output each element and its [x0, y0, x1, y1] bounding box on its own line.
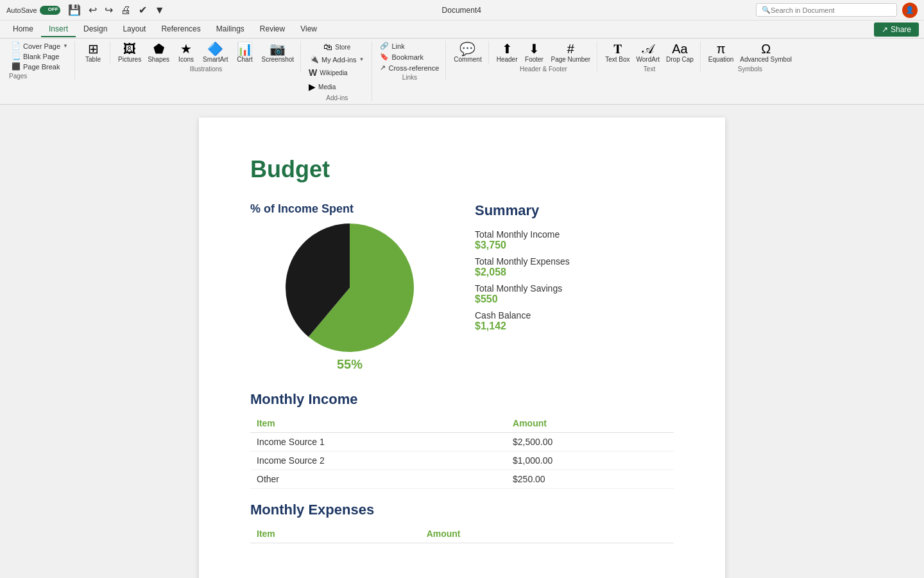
blank-page-label: Blank Page [23, 53, 59, 60]
summary-section: Summary Total Monthly Income $3,750 Tota… [475, 202, 674, 372]
bookmark-label: Bookmark [391, 53, 424, 61]
document-area: Budget % of Income Spent 55% [0, 105, 924, 578]
save-icon[interactable]: 💾 [65, 2, 83, 18]
summary-title: Summary [475, 202, 674, 219]
table-row: Other $250.00 [250, 470, 674, 489]
doc-page-container[interactable]: Budget % of Income Spent 55% [0, 105, 924, 578]
tab-view[interactable]: View [293, 22, 325, 37]
myadins-arrow: ▼ [359, 57, 364, 62]
income-amount-0: $2,500.00 [506, 433, 674, 451]
summary-value-0: $3,750 [475, 240, 674, 251]
tab-home[interactable]: Home [5, 22, 41, 37]
income-col-item: Item [250, 414, 506, 433]
cover-page-label: Cover Page [23, 42, 60, 50]
chart-btn[interactable]: 📊 Chart [232, 41, 258, 64]
autosave-toggle-btn[interactable] [40, 6, 60, 15]
link-btn[interactable]: 🔗 Link [377, 41, 441, 51]
print-icon[interactable]: 🖨 [118, 3, 133, 18]
autosave-toggle[interactable]: AutoSave [6, 6, 60, 15]
equation-btn[interactable]: π Equation [706, 41, 736, 64]
bookmark-btn[interactable]: 🔖 Bookmark [377, 52, 441, 62]
illustrations-group-label: Illustrations [190, 66, 223, 73]
summary-row-3: Cash Balance $1,142 [475, 310, 674, 332]
summary-label-1: Total Monthly Expenses [475, 256, 674, 267]
redo-icon[interactable]: ↪ [102, 2, 116, 18]
autosave-label: AutoSave [6, 6, 37, 14]
monthly-income-section: Monthly Income Item Amount Income Source… [250, 391, 674, 489]
tab-design[interactable]: Design [76, 22, 115, 37]
myadins-btn[interactable]: 🔌 My Add-ins ▼ [306, 54, 368, 65]
doc-page[interactable]: Budget % of Income Spent 55% [199, 118, 725, 578]
table-btn[interactable]: ⊞ Table [80, 41, 106, 64]
share-label: Share [891, 25, 911, 34]
tab-references[interactable]: References [153, 22, 208, 37]
tab-review[interactable]: Review [252, 22, 293, 37]
document-title: Document4 [442, 6, 481, 15]
chart-icon: 📊 [237, 42, 253, 55]
ribbon-group-table: ⊞ Table [76, 41, 110, 64]
pictures-btn[interactable]: 🖼 Pictures [116, 41, 144, 64]
pagenumber-label: Page Number [551, 56, 590, 63]
shapes-icon: ⬟ [153, 42, 164, 55]
toolbar-icons: 💾 ↩ ↪ 🖨 ✔ ▼ [65, 2, 167, 18]
tab-insert[interactable]: Insert [41, 22, 76, 37]
monthly-income-table: Item Amount Income Source 1 $2,500.00 In… [250, 414, 674, 489]
pictures-label: Pictures [118, 56, 141, 63]
pagenumber-btn[interactable]: # Page Number [548, 41, 593, 64]
search-input[interactable] [771, 6, 886, 14]
media-icon: ▶ [309, 82, 316, 92]
comment-label: Comment [454, 56, 481, 63]
doc-title: Budget [250, 156, 674, 183]
page-break-btn[interactable]: ⬛ Page Break [9, 62, 71, 71]
ribbon: Home Insert Design Layout References Mai… [0, 21, 924, 105]
advsymbol-label: Advanced Symbol [740, 56, 792, 63]
links-items: 🔗 Link 🔖 Bookmark ↗ Cross-reference [377, 41, 441, 73]
shapes-label: Shapes [148, 56, 169, 63]
screenshot-btn[interactable]: 📷 Screenshot [259, 41, 297, 64]
share-button[interactable]: ↗ Share [874, 22, 919, 37]
shapes-btn[interactable]: ⬟ Shapes [145, 41, 172, 64]
footer-btn[interactable]: ⬇ Footer [521, 41, 547, 64]
wordart-label: WordArt [637, 56, 660, 63]
addins-group-label: Add-ins [326, 94, 348, 101]
store-icon: 🛍 [323, 42, 332, 51]
wikipedia-btn[interactable]: W Wikipedia [306, 66, 368, 79]
chart-section: % of Income Spent 55% [250, 202, 449, 372]
wordart-btn[interactable]: 𝒜 WordArt [634, 41, 663, 64]
screenshot-icon: 📷 [270, 42, 286, 55]
blank-page-btn[interactable]: 📃 Blank Page [9, 51, 71, 61]
crossref-btn[interactable]: ↗ Cross-reference [377, 63, 441, 73]
textbox-icon: 𝐓 [613, 42, 622, 55]
user-avatar[interactable]: 👤 [902, 3, 918, 18]
income-item-2: Other [250, 470, 506, 489]
textbox-btn[interactable]: 𝐓 Text Box [603, 41, 632, 64]
ribbon-tabs: Home Insert Design Layout References Mai… [0, 21, 924, 39]
smartart-btn[interactable]: 🔷 SmartArt [200, 41, 230, 64]
links-group-label: Links [402, 74, 417, 81]
icons-btn[interactable]: ★ Icons [173, 41, 199, 64]
equation-label: Equation [708, 56, 733, 63]
search-box[interactable]: 🔍 [756, 3, 897, 17]
undo-icon[interactable]: ↩ [86, 2, 99, 18]
title-bar-right: 🔍 👤 [756, 3, 918, 18]
header-btn[interactable]: ⬆ Header [494, 41, 520, 64]
store-btn[interactable]: 🛍 Store [321, 41, 353, 53]
cover-page-btn[interactable]: 📄 Cover Page ▼ [9, 41, 71, 51]
symbols-group-label: Symbols [738, 66, 762, 73]
comment-btn[interactable]: 💬 Comment [451, 41, 484, 64]
media-btn[interactable]: ▶ Media [306, 80, 368, 93]
monthly-income-heading: Monthly Income [250, 391, 674, 408]
tab-mailings[interactable]: Mailings [209, 22, 252, 37]
pie-chart [286, 223, 414, 352]
customize-icon[interactable]: ▼ [152, 3, 167, 18]
smartart-icon: 🔷 [207, 42, 223, 55]
income-item-1: Income Source 2 [250, 451, 506, 470]
illustrations-items: 🖼 Pictures ⬟ Shapes ★ Icons 🔷 SmartArt 📊 [116, 41, 296, 64]
dropcap-btn[interactable]: Aa Drop Cap [663, 41, 696, 64]
advsymbol-btn[interactable]: Ω Advanced Symbol [737, 41, 794, 64]
crossref-label: Cross-reference [388, 64, 439, 72]
tab-layout[interactable]: Layout [115, 22, 153, 37]
check-icon[interactable]: ✔ [136, 2, 150, 18]
crossref-icon: ↗ [380, 64, 386, 72]
ribbon-group-comments: 💬 Comment [447, 41, 488, 64]
